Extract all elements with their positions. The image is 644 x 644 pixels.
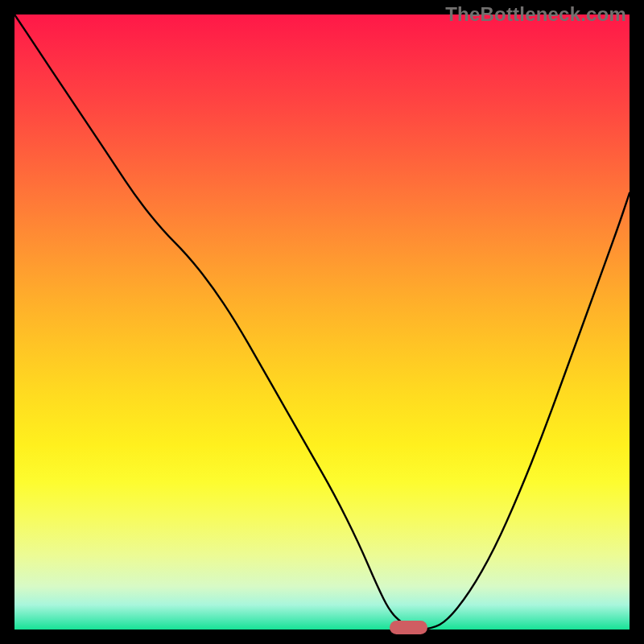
plot-area: [14, 14, 630, 630]
optimum-marker: [390, 621, 427, 634]
curve-path: [14, 14, 630, 630]
chart-container: TheBottleneck.com: [0, 0, 644, 644]
bottleneck-curve: [14, 14, 630, 630]
watermark-text: TheBottleneck.com: [445, 3, 626, 26]
